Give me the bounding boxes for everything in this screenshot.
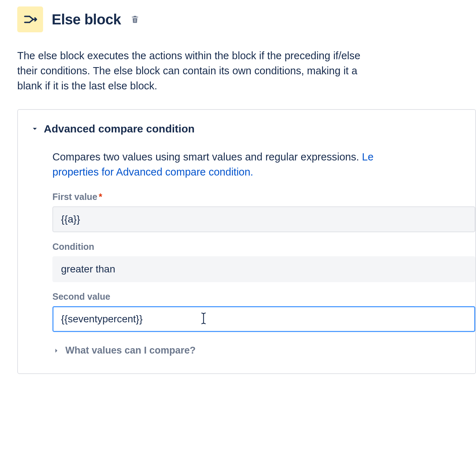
first-value-input[interactable] <box>52 206 475 232</box>
section-title: Advanced compare condition <box>44 123 195 135</box>
condition-description: Compares two values using smart values a… <box>52 149 475 179</box>
trash-icon <box>130 15 140 24</box>
branch-icon <box>23 12 37 27</box>
condition-group: Condition greater than <box>52 242 475 282</box>
chevron-right-icon <box>52 347 60 355</box>
delete-button[interactable] <box>129 13 141 25</box>
second-value-input[interactable] <box>52 306 475 332</box>
learn-link[interactable]: Le <box>362 151 373 163</box>
required-marker: * <box>99 192 102 202</box>
condition-desc-text: Compares two values using smart values a… <box>52 151 362 163</box>
description-line: blank if it is the last else block. <box>17 78 476 93</box>
first-value-label: First value* <box>52 192 475 202</box>
else-block-description: The else block executes the actions with… <box>17 48 476 93</box>
chevron-down-icon <box>31 125 39 133</box>
second-value-group: Second value <box>52 291 475 332</box>
values-help-expander[interactable]: What values can I compare? <box>52 345 475 356</box>
first-value-group: First value* <box>52 192 475 232</box>
else-block-icon <box>17 6 43 32</box>
description-line: their conditions. The else block can con… <box>17 63 476 78</box>
section-toggle[interactable]: Advanced compare condition <box>31 123 475 135</box>
description-line: The else block executes the actions with… <box>17 48 476 63</box>
condition-label: Condition <box>52 242 475 252</box>
expander-label: What values can I compare? <box>65 345 196 356</box>
condition-card: Advanced compare condition Compares two … <box>17 109 476 374</box>
header-row: Else block <box>17 6 476 32</box>
page-title: Else block <box>52 11 121 28</box>
field-label-text: First value <box>52 192 97 202</box>
properties-link[interactable]: properties for Advanced compare conditio… <box>52 166 253 178</box>
second-value-label: Second value <box>52 291 475 302</box>
condition-select[interactable]: greater than <box>52 256 475 282</box>
